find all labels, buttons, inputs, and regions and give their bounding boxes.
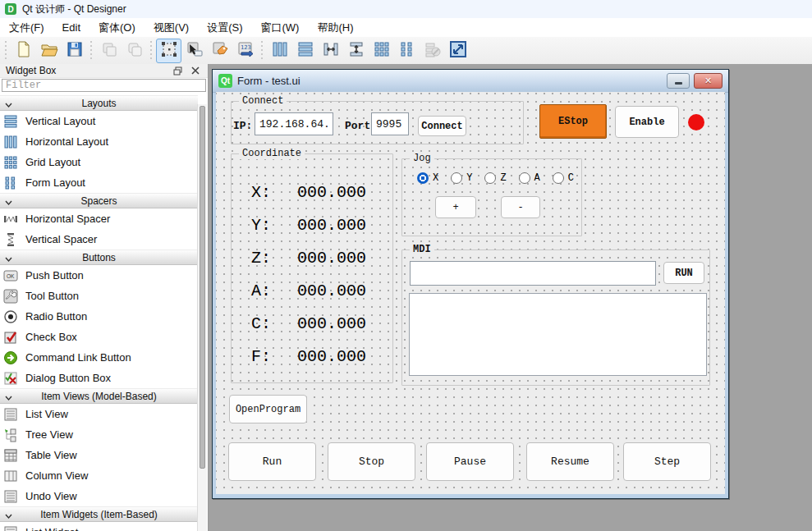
widget-box-scrollbar[interactable] [197,104,207,531]
split-horizontal-button[interactable] [318,39,343,63]
layout-vertical-button[interactable] [292,39,318,63]
widget-command-link-button[interactable]: Command Link Button [0,347,198,368]
widget-horizontal-spacer[interactable]: Horizontal Spacer [0,208,198,229]
menu-settings[interactable]: 设置(S) [198,19,251,37]
radio-axis-x[interactable]: X [417,172,438,184]
widget-list-widget[interactable]: List Widget [0,522,198,531]
form-titlebar[interactable]: Qt Form - test.ui ✕ [213,70,728,93]
radio-axis-y[interactable]: Y [451,172,472,184]
connect-button[interactable]: Connect [418,116,466,136]
menu-form[interactable]: 窗体(O) [89,19,145,37]
menu-view[interactable]: 视图(V) [145,19,198,37]
save-icon [66,40,84,62]
edit-widgets-button[interactable] [156,39,181,63]
split-horizontal-icon [322,40,340,62]
widget-label: Command Link Button [25,351,131,364]
widget-check-box[interactable]: Check Box [0,327,198,347]
edit-tab-order-button[interactable]: 123 [232,39,258,63]
horizontal-spacer-icon [3,212,18,227]
widget-horizontal-layout[interactable]: Horizontal Layout [0,131,198,152]
radio-axis-z[interactable]: Z [484,172,506,184]
layout-grid-button[interactable] [369,39,394,63]
float-panel-icon[interactable] [171,64,184,77]
widget-label: List Widget [25,526,78,531]
app-title: Qt 设计师 - Qt Designer [22,2,126,16]
mdi-command-input[interactable] [410,261,656,286]
widget-vertical-layout[interactable]: Vertical Layout [0,111,198,131]
new-file-button[interactable] [11,39,36,63]
widget-label: Column View [25,469,88,482]
layout-horizontal-button[interactable] [267,39,292,63]
widget-tree-view[interactable]: Tree View [0,424,198,445]
edit-signals-slots-button[interactable] [181,39,207,63]
widget-form-layout[interactable]: Form Layout [0,172,198,193]
widget-box-title: Widget Box [6,65,56,76]
save-file-button[interactable] [62,39,87,63]
widget-radio-button[interactable]: Radio Button [0,306,198,327]
menu-window[interactable]: 窗口(W) [251,19,308,37]
close-icon: ✕ [704,76,712,86]
coordinate-row: C: 000.000 [232,307,392,340]
widget-push-button[interactable]: OK Push Button [0,265,198,286]
edit-buddies-button[interactable] [207,39,232,63]
widget-box-panel: Widget Box Layouts Vertical Layout [0,64,209,531]
radio-axis-c[interactable]: C [553,172,574,184]
menu-edit[interactable]: Edit [53,20,89,35]
radio-label: X [433,172,438,184]
widget-table-view[interactable]: Table View [0,445,198,465]
category-layouts[interactable]: Layouts [0,95,198,111]
category-item-widgets[interactable]: Item Widgets (Item-Based) [0,506,198,522]
coordinate-row: A: 000.000 [232,274,392,307]
open-program-button[interactable]: OpenProgram [229,395,307,423]
widget-column-view[interactable]: Column View [0,465,198,486]
form-minimize-button[interactable] [667,73,690,89]
radio-icon [553,172,564,184]
break-layout-button [420,39,445,63]
enable-button[interactable]: Enable [615,106,679,138]
widget-vertical-spacer[interactable]: Vertical Spacer [0,229,198,249]
category-buttons[interactable]: Buttons [0,249,198,265]
jog-plus-button[interactable]: + [435,196,476,218]
category-item-views[interactable]: Item Views (Model-Based) [0,388,198,404]
scrollbar-thumb[interactable] [200,106,205,469]
coordinate-groupbox: Coordinate X: 000.000 Y: 000.000 Z: 000.… [231,153,393,383]
axis-c-value: 000.000 [297,314,366,333]
close-panel-icon[interactable] [189,64,202,77]
radio-axis-a[interactable]: A [519,172,540,184]
category-label: Item Views (Model-Based) [0,391,198,402]
widget-grid-layout[interactable]: Grid Layout [0,152,198,172]
resume-button[interactable]: Resume [526,442,614,481]
ip-input[interactable] [255,112,333,135]
widget-label: Check Box [25,331,77,343]
jog-axis-radios: X Y Z A C [417,172,574,184]
open-file-button[interactable] [36,39,62,63]
widget-tool-button[interactable]: Tool Button [0,286,198,306]
form-close-button[interactable]: ✕ [694,73,723,89]
vertical-spacer-icon [3,232,18,247]
stop-button[interactable]: Stop [328,442,415,481]
vertical-layout-icon [3,114,18,129]
qt-logo-icon: Qt [218,74,232,88]
widget-undo-view[interactable]: Undo View [0,486,198,506]
mdi-output-area[interactable] [409,293,707,376]
widget-list-view[interactable]: List View [0,404,198,424]
category-spacers[interactable]: Spacers [0,193,198,208]
jog-minus-button[interactable]: - [501,196,540,218]
menu-help[interactable]: 帮助(H) [308,19,362,37]
estop-button[interactable]: EStop [539,104,607,139]
widget-label: Push Button [25,269,84,282]
layout-form-button[interactable] [394,39,420,63]
pause-button[interactable]: Pause [426,442,514,481]
adjust-size-button[interactable] [445,39,470,63]
filter-input[interactable] [2,79,206,92]
split-vertical-button[interactable] [343,39,369,63]
run-button[interactable]: Run [228,442,316,481]
widget-dialog-button-box[interactable]: Dialog Button Box [0,368,198,388]
widget-label: Vertical Spacer [25,233,97,245]
radio-label: Y [466,172,472,184]
menu-file[interactable]: 文件(F) [0,19,53,37]
port-input[interactable] [371,112,409,135]
mdi-run-button[interactable]: RUN [663,262,704,284]
step-button[interactable]: Step [623,442,711,481]
form-layout-icon [3,176,18,190]
